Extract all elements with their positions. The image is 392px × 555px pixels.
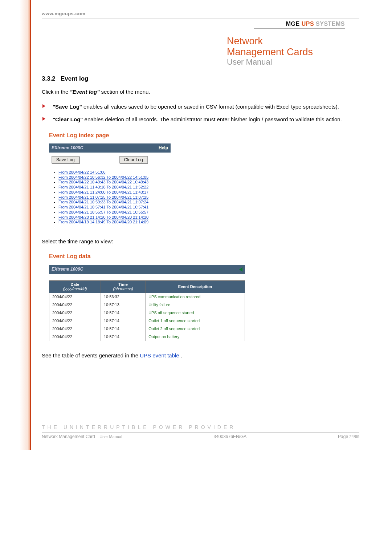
col-date-header: Date (yyyy/mm/dd) (49, 280, 101, 293)
log-range-list: From 2004/04/22 14:51:06 From 2004/04/22… (58, 170, 171, 225)
cell-date: 2004/04/22 (49, 293, 101, 301)
cell-date: 2004/04/22 (49, 309, 101, 317)
back-icon[interactable] (239, 267, 242, 272)
log-range-link[interactable]: From 2004/04/22 14:51:06 (58, 170, 106, 174)
section-heading: 3.3.2 Event log (42, 74, 359, 84)
footer-doc-id: 34003676EN/GA (214, 434, 247, 439)
col-date-label: Date (71, 282, 79, 287)
cell-date: 2004/04/22 (49, 325, 101, 333)
footer-page-label: Page (338, 434, 349, 439)
intro-em: "Event log" (70, 89, 100, 95)
bullet-save-log: "Save Log" enables all values saved to b… (42, 102, 359, 111)
table-row: 2004/04/22 10:57:14 Outlet 2 off sequenc… (49, 325, 245, 333)
clear-log-button[interactable]: Clear Log (119, 156, 148, 163)
doc-title-line2: Management Cards (227, 46, 359, 57)
intro-paragraph: Click in the "Event log" section of the … (42, 88, 359, 96)
device-name: EXtreme 1000C (52, 145, 83, 151)
cell-date: 2004/04/22 (49, 333, 101, 341)
event-log-data-panel: EXtreme 1000C (49, 265, 245, 274)
table-row: 2004/04/22 10:57:14 UPS off sequence sta… (49, 309, 245, 317)
log-range-link[interactable]: From 2004/04/22 10:56:32 To 2004/04/22 1… (58, 175, 148, 179)
brand-systems: SYSTEMS (316, 21, 345, 27)
brand-ups: UPS (302, 21, 314, 27)
site-url: www.mgeups.com (42, 11, 359, 16)
doc-title-line1: Network (227, 36, 359, 46)
intro-post: section of the menu. (101, 89, 150, 95)
log-range-link[interactable]: From 2004/04/21 11:24:00 To 2004/04/21 1… (58, 190, 148, 194)
event-table: Date (yyyy/mm/dd) Time (hh:mm:ss) Event … (49, 280, 245, 341)
cell-event: UPS communication restored (146, 293, 245, 301)
bullet2-text: enables deletion of all records. The adm… (85, 116, 342, 122)
footer-page: Page 24/69 (338, 434, 359, 439)
brand-underline (254, 28, 345, 29)
see-pre: See the table of events generated in the (42, 352, 140, 358)
event-log-index-panel: EXtreme 1000C Help Save Log Clear Log Fr… (49, 143, 171, 225)
table-row: 2004/04/22 10:57:13 Utility failure (49, 301, 245, 309)
bullet-clear-log: "Clear Log" enables deletion of all reco… (42, 115, 359, 123)
log-range-link[interactable]: From 2004/04/21 10:55:57 To 2004/04/21 1… (58, 210, 148, 214)
table-row: 2004/04/22 10:57:14 Output on battery (49, 333, 245, 341)
cell-event: Outlet 2 off sequence started (146, 325, 245, 333)
footer-left-title: Network Management Card (42, 434, 95, 439)
cell-time: 10:57:14 (101, 317, 145, 325)
brand-logo: MGE UPS SYSTEMS (42, 21, 359, 27)
ups-event-table-link[interactable]: UPS event table (140, 352, 179, 358)
cell-event: Output on battery (146, 333, 245, 341)
top-divider (42, 19, 359, 19)
col-desc-header: Event Description (146, 280, 245, 293)
doc-subtitle: User Manual (227, 57, 359, 67)
device-name: EXtreme 1000C (52, 266, 83, 273)
bullet1-bold: "Save Log" (53, 104, 82, 110)
cell-event: UPS off sequence started (146, 309, 245, 317)
see-table-text: See the table of events generated in the… (42, 351, 359, 360)
cell-date: 2004/04/22 (49, 317, 101, 325)
event-log-index-heading: Event Log index page (49, 131, 359, 140)
cell-time: 10:57:14 (101, 333, 145, 341)
col-time-label: Time (118, 282, 127, 287)
cell-event: Utility failure (146, 301, 245, 309)
table-row: 2004/04/22 10:57:14 Outlet 1 off sequenc… (49, 317, 245, 325)
brand-mge: MGE (286, 21, 300, 27)
save-log-button[interactable]: Save Log (52, 156, 79, 163)
footer-divider (42, 432, 359, 433)
section-number: 3.3.2 (42, 75, 56, 82)
intro-pre: Click in the (42, 89, 70, 95)
cell-time: 10:57:13 (101, 301, 145, 309)
table-row: 2004/04/22 10:56:32 UPS communication re… (49, 293, 245, 301)
cell-time: 10:57:14 (101, 325, 145, 333)
event-log-data-heading: Event Log data (49, 252, 359, 261)
section-title: Event log (61, 75, 89, 82)
cell-date: 2004/04/22 (49, 301, 101, 309)
log-range-link[interactable]: From 2004/04/21 10:59:33 To 2004/04/21 1… (58, 200, 148, 204)
col-date-sub: (yyyy/mm/dd) (63, 287, 87, 291)
footer-left-sub: – User Manual (96, 434, 122, 439)
log-range-link[interactable]: From 2004/04/21 11:07:25 To 2004/04/21 1… (58, 195, 148, 199)
footer-left: Network Management Card – User Manual (42, 434, 122, 439)
cell-event: Outlet 1 off sequence started (146, 317, 245, 325)
footer-tagline: THE UNINTERRUPTIBLE POWER PROVIDER (42, 424, 359, 430)
log-range-link[interactable]: From 2004/04/20 21:14:20 To 2004/04/20 2… (58, 215, 148, 219)
see-post: . (181, 352, 182, 358)
help-link[interactable]: Help (159, 145, 168, 151)
footer-page-num: 24/69 (349, 434, 359, 439)
log-range-link[interactable]: From 2004/04/21 11:43:18 To 2004/04/21 1… (58, 185, 148, 189)
col-time-header: Time (hh:mm:ss) (101, 280, 145, 293)
bullet1-text: enables all values saved to be opened or… (83, 104, 339, 110)
bullet2-bold: "Clear Log" (53, 116, 83, 122)
log-range-link[interactable]: From 2004/04/19 14:18:49 To 2004/04/20 2… (58, 220, 148, 224)
cell-time: 10:57:14 (101, 309, 145, 317)
col-time-sub: (hh:mm:ss) (113, 287, 133, 291)
log-range-link[interactable]: From 2004/04/21 10:57:41 To 2004/04/21 1… (58, 205, 148, 209)
cell-time: 10:56:32 (101, 293, 145, 301)
log-range-link[interactable]: From 2004/04/22 10:49:43 To 2004/04/22 1… (58, 180, 148, 184)
select-range-text: Select the time range to view: (42, 237, 359, 246)
